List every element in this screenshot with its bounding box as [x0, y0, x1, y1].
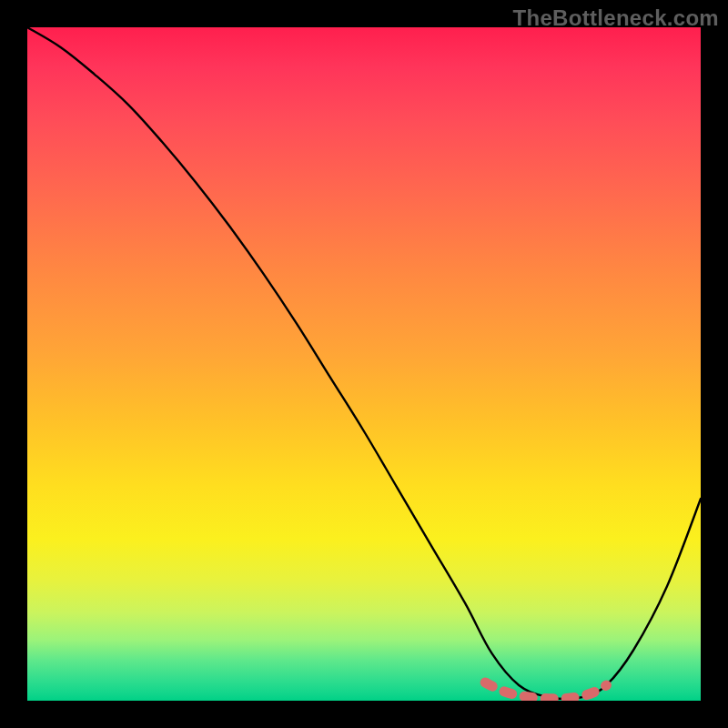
- chart-container: TheBottleneck.com: [0, 0, 728, 728]
- bottleneck-curve: [27, 27, 701, 699]
- watermark-text: TheBottleneck.com: [513, 5, 719, 31]
- curve-svg: [27, 27, 701, 701]
- min-highlight: [485, 682, 606, 699]
- plot-area: [27, 27, 701, 701]
